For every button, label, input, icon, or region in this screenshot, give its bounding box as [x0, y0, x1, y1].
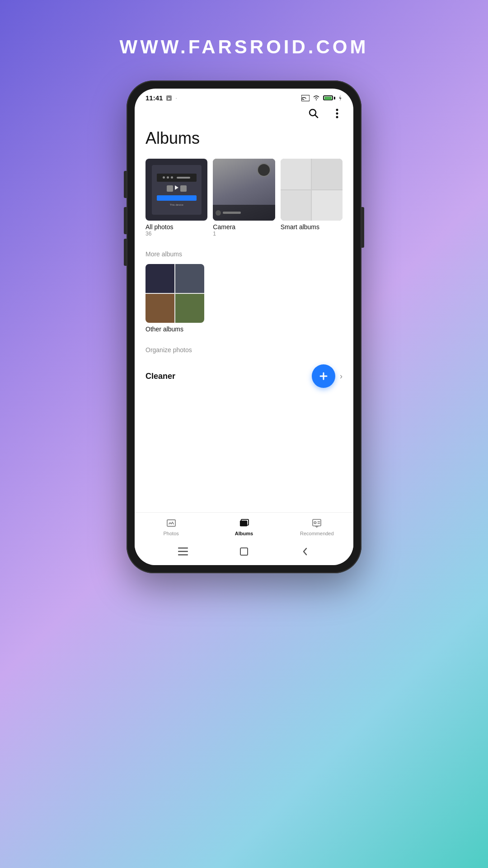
svg-rect-23	[240, 548, 248, 555]
cast-icon	[301, 95, 310, 101]
album-thumb-all: This device	[145, 159, 207, 221]
cleaner-row: Cleaner ›	[145, 360, 343, 392]
phone-screen: 11:41 ▶ ·	[135, 89, 353, 565]
svg-point-15	[314, 522, 316, 524]
fab-add-button[interactable]	[312, 364, 335, 388]
nav-item-photos[interactable]: Photos	[135, 517, 207, 536]
charging-icon	[338, 95, 343, 101]
svg-point-7	[336, 113, 338, 115]
cleaner-label: Cleaner	[145, 372, 175, 381]
search-button[interactable]	[306, 106, 321, 121]
system-menu-button[interactable]	[176, 544, 190, 559]
recommended-icon	[311, 517, 323, 529]
nav-label-photos: Photos	[164, 531, 179, 536]
other-albums-name: Other albums	[145, 326, 204, 333]
photos-icon	[165, 517, 177, 529]
more-options-button[interactable]	[330, 106, 344, 121]
album-item-camera[interactable]: Camera 1	[213, 159, 275, 237]
other-album-thumb	[145, 264, 204, 323]
album-item-all-photos[interactable]: This device All photos 36	[145, 159, 207, 237]
svg-rect-22	[178, 554, 188, 556]
action-bar	[135, 104, 353, 124]
notification-icon: ▶	[165, 94, 173, 102]
system-nav	[135, 540, 353, 565]
page-title: Albums	[145, 129, 343, 148]
main-content: Albums	[135, 124, 353, 512]
svg-rect-11	[167, 520, 175, 527]
album-grid: This device All photos 36	[145, 159, 343, 237]
svg-point-8	[336, 116, 338, 118]
phone-wrapper: 11:41 ▶ ·	[127, 80, 361, 573]
system-back-button[interactable]	[298, 544, 312, 559]
nav-label-recommended: Recommended	[300, 531, 334, 536]
battery-icon	[323, 95, 335, 100]
svg-rect-21	[178, 551, 188, 552]
album-item-other[interactable]: Other albums	[145, 264, 204, 333]
album-item-smart[interactable]: Smart albums	[281, 159, 343, 237]
svg-point-3	[301, 100, 302, 101]
nav-item-recommended[interactable]: Recommended	[281, 517, 353, 536]
wifi-icon	[312, 95, 320, 101]
albums-icon	[238, 517, 250, 529]
status-time: 11:41	[145, 94, 163, 102]
nav-label-albums: Albums	[235, 531, 253, 536]
status-icons	[301, 95, 343, 101]
organize-section: Organize photos Cleaner ›	[145, 346, 343, 392]
more-albums-label: More albums	[145, 250, 343, 258]
more-albums-section: More albums Other albums	[145, 250, 343, 333]
status-bar: 11:41 ▶ ·	[135, 89, 353, 104]
album-name-camera: Camera	[213, 223, 275, 231]
svg-line-5	[315, 115, 318, 118]
organize-label: Organize photos	[145, 346, 343, 354]
album-thumb-camera	[213, 159, 275, 221]
status-dot: ·	[175, 95, 177, 101]
album-thumb-smart	[281, 159, 343, 221]
svg-rect-20	[178, 547, 188, 549]
album-name-smart: Smart albums	[281, 223, 343, 231]
album-name-all: All photos	[145, 223, 207, 231]
chevron-right-icon: ›	[340, 372, 343, 381]
nav-item-albums[interactable]: Albums	[208, 517, 280, 536]
album-count-all: 36	[145, 231, 207, 237]
system-home-button[interactable]	[237, 544, 251, 559]
phone-frame: 11:41 ▶ ·	[127, 80, 361, 573]
watermark: WWW.FARSROID.COM	[120, 36, 369, 58]
album-count-camera: 1	[213, 231, 275, 237]
bottom-nav: Photos Albums	[135, 512, 353, 540]
svg-point-6	[336, 109, 338, 111]
